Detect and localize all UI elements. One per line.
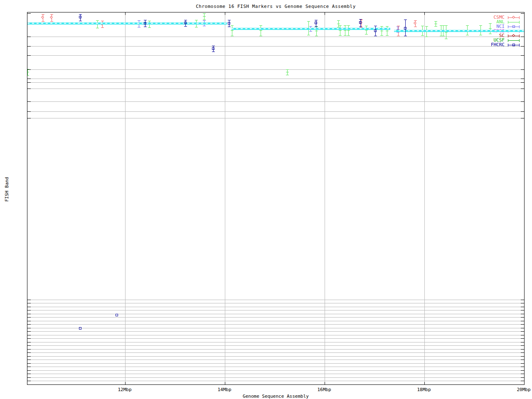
marker-square xyxy=(359,21,362,24)
errorbar-cap xyxy=(79,14,82,15)
errorbar-cap xyxy=(259,25,262,26)
gridline-h xyxy=(27,46,524,47)
y-tick xyxy=(521,321,524,321)
y-tick xyxy=(521,55,524,56)
y-tick xyxy=(521,118,524,118)
marker-diamond xyxy=(41,16,44,19)
errorbar-cap xyxy=(315,27,318,27)
errorbar-cap xyxy=(374,26,377,26)
y-tick xyxy=(27,381,31,381)
errorbar-cap xyxy=(479,25,482,26)
errorbar-cap xyxy=(212,52,215,52)
y-tick xyxy=(521,342,524,342)
x-axis-title: Genome Sequence Assembly xyxy=(27,394,525,399)
errorbar-cap xyxy=(212,46,215,46)
errorbar-cap xyxy=(347,25,350,26)
errorbar-cap xyxy=(466,25,469,26)
y-tick xyxy=(521,79,524,79)
errorbar-cap xyxy=(374,36,377,36)
marker-square xyxy=(315,22,317,24)
errorbar-cap xyxy=(231,36,234,36)
y-tick xyxy=(521,331,524,332)
y-tick xyxy=(27,342,31,342)
errorbar-cap xyxy=(404,20,407,20)
marker-square xyxy=(228,22,230,25)
y-tick xyxy=(521,356,524,357)
marker-tick xyxy=(347,30,350,31)
errorbar-cap xyxy=(50,21,53,22)
errorbar-cap xyxy=(27,75,29,76)
y-tick xyxy=(521,69,524,70)
y-tick xyxy=(521,314,524,314)
errorbar-cap xyxy=(42,14,44,15)
y-tick xyxy=(521,335,524,335)
marker-tick xyxy=(27,72,29,72)
gridline-h xyxy=(27,317,524,318)
gridline-h xyxy=(27,356,524,357)
y-tick xyxy=(521,363,524,364)
x-tick xyxy=(225,382,225,384)
errorbar-cap xyxy=(184,26,187,27)
marker-tick xyxy=(231,30,234,31)
errorbar-cap xyxy=(286,75,289,75)
y-tick xyxy=(521,101,524,102)
marker-tick xyxy=(203,16,206,17)
gridline-h xyxy=(27,377,524,378)
y-tick xyxy=(521,367,524,367)
plot-area: CSMCANLNCIRPCISCUCSFFHCRC xyxy=(27,12,524,384)
marker-tick xyxy=(489,28,492,29)
errorbar-cap xyxy=(445,39,448,39)
gridline-h xyxy=(27,69,524,70)
errorbar-cap xyxy=(184,20,187,20)
errorbar-cap xyxy=(138,20,140,21)
errorbar-cap xyxy=(425,26,428,27)
legend-sample-cap xyxy=(519,34,520,37)
errorbar-cap xyxy=(365,26,368,26)
errorbar-cap xyxy=(380,35,383,36)
gridline-h xyxy=(27,314,524,314)
errorbar-cap xyxy=(259,36,262,36)
x-tick xyxy=(325,12,325,15)
y-tick xyxy=(27,324,31,325)
x-tick xyxy=(424,382,425,384)
errorbar-cap xyxy=(101,27,104,28)
y-tick xyxy=(521,37,524,37)
assembly-line-segment xyxy=(232,28,390,30)
marker-diamond xyxy=(512,16,515,19)
marker-square xyxy=(116,314,118,316)
legend-sample-cap xyxy=(519,44,520,47)
y-tick xyxy=(521,374,524,374)
errorbar-cap xyxy=(203,20,206,21)
y-tick xyxy=(27,310,31,310)
x-tick-label: 14Mbp xyxy=(208,387,241,392)
y-tick xyxy=(27,314,31,314)
errorbar-cap xyxy=(380,26,383,27)
legend-label-fhcrc: FHCRC xyxy=(491,42,505,47)
marker-square xyxy=(374,30,377,32)
marker-tick xyxy=(337,24,340,24)
y-tick xyxy=(27,101,31,102)
legend-sample-cap xyxy=(519,21,520,24)
y-tick xyxy=(27,331,31,332)
marker-tick xyxy=(286,72,289,72)
errorbar-cap xyxy=(442,36,445,36)
y-tick xyxy=(521,300,524,300)
errorbar-cap xyxy=(445,25,448,26)
x-tick-label: 18Mbp xyxy=(407,387,441,392)
errorbar-cap xyxy=(425,37,428,37)
errorbar-cap xyxy=(359,19,362,20)
errorbar-cap xyxy=(360,27,363,27)
x-tick-label: 20Mbp xyxy=(507,387,532,392)
legend-sample-cap xyxy=(508,16,508,19)
y-tick xyxy=(521,303,524,303)
errorbar-cap xyxy=(144,20,147,20)
y-tick xyxy=(27,374,31,374)
x-tick xyxy=(125,382,126,384)
marker-square xyxy=(512,44,515,46)
y-tick xyxy=(27,118,31,118)
errorbar-cap xyxy=(442,25,445,26)
assembly-line-dashes xyxy=(232,28,390,29)
y-tick xyxy=(27,335,31,335)
y-tick xyxy=(27,307,31,307)
y-tick xyxy=(27,345,31,346)
